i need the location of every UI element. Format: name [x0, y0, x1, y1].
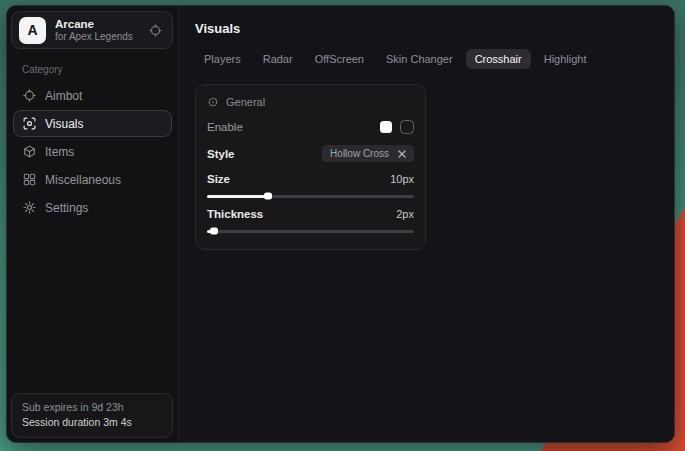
target-icon[interactable]	[149, 24, 162, 37]
tab-crosshair[interactable]: Crosshair	[466, 49, 531, 69]
style-select-chip[interactable]: Hollow Cross	[322, 145, 414, 162]
sidebar-item-label: Items	[45, 145, 74, 159]
gear-icon	[23, 201, 36, 214]
tab-players[interactable]: Players	[195, 49, 250, 69]
tab-skin-changer[interactable]: Skin Changer	[377, 49, 462, 69]
thickness-row: Thickness 2px	[207, 208, 414, 220]
main-content: Visuals Players Radar OffScreen Skin Cha…	[179, 6, 674, 442]
scan-eye-icon	[23, 117, 36, 130]
sidebar-item-settings[interactable]: Settings	[13, 194, 172, 221]
tab-bar: Players Radar OffScreen Skin Changer Cro…	[195, 49, 658, 69]
thickness-value: 2px	[396, 208, 414, 220]
sidebar: A Arcane for Apex Legends Category	[7, 6, 179, 442]
panel-header: General	[207, 96, 414, 108]
size-slider[interactable]	[207, 191, 414, 201]
sidebar-item-label: Settings	[45, 201, 88, 215]
brand-text: Arcane for Apex Legends	[55, 17, 140, 44]
avatar: A	[19, 17, 46, 44]
enable-checkbox[interactable]	[400, 120, 414, 134]
general-panel: General Enable Style Hollow Cross	[195, 84, 426, 250]
tab-offscreen[interactable]: OffScreen	[306, 49, 373, 69]
sidebar-item-visuals[interactable]: Visuals	[13, 110, 172, 137]
crosshair-icon	[207, 96, 219, 108]
slider-thumb[interactable]	[210, 228, 218, 235]
style-label: Style	[207, 148, 235, 160]
sidebar-item-items[interactable]: Items	[13, 138, 172, 165]
cube-icon	[23, 145, 36, 158]
color-swatch[interactable]	[380, 121, 392, 133]
app-subtitle: for Apex Legends	[55, 31, 140, 44]
panel-title: General	[226, 96, 265, 108]
close-icon[interactable]	[398, 150, 406, 158]
enable-label: Enable	[207, 121, 243, 133]
brand-card: A Arcane for Apex Legends	[11, 11, 173, 49]
sidebar-item-label: Visuals	[45, 117, 83, 131]
sub-expires-text: Sub expires in 9d 23h	[22, 400, 162, 415]
subscription-card: Sub expires in 9d 23h Session duration 3…	[11, 393, 173, 438]
enable-controls	[380, 120, 414, 134]
session-duration-text: Session duration 3m 4s	[22, 415, 162, 430]
grid-icon	[23, 173, 36, 186]
sidebar-item-label: Miscellaneous	[45, 173, 121, 187]
slider-fill	[207, 230, 215, 233]
slider-fill	[207, 195, 269, 198]
sidebar-nav: Aimbot Visuals	[7, 82, 178, 221]
page-title: Visuals	[195, 21, 658, 36]
sidebar-item-aimbot[interactable]: Aimbot	[13, 82, 172, 109]
slider-track	[207, 230, 414, 233]
slider-thumb[interactable]	[264, 193, 272, 200]
tab-radar[interactable]: Radar	[254, 49, 302, 69]
thickness-slider[interactable]	[207, 226, 414, 236]
crosshair-icon	[23, 89, 36, 102]
sidebar-item-miscellaneous[interactable]: Miscellaneous	[13, 166, 172, 193]
menu-window: A Arcane for Apex Legends Category	[6, 5, 675, 443]
sidebar-item-label: Aimbot	[45, 89, 82, 103]
category-label: Category	[22, 64, 178, 75]
style-row: Style Hollow Cross	[207, 145, 414, 162]
enable-row: Enable	[207, 120, 414, 134]
style-value: Hollow Cross	[330, 148, 389, 159]
thickness-label: Thickness	[207, 208, 263, 220]
size-value: 10px	[390, 173, 414, 185]
tab-highlight[interactable]: Highlight	[535, 49, 596, 69]
app-name: Arcane	[55, 17, 140, 31]
size-row: Size 10px	[207, 173, 414, 185]
size-label: Size	[207, 173, 230, 185]
